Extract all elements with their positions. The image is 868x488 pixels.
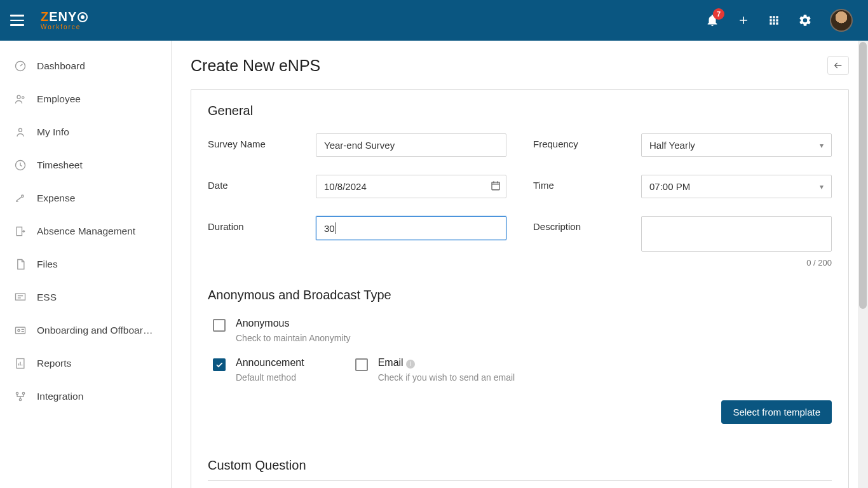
calendar-icon — [490, 180, 501, 191]
sidebar-item-files[interactable]: Files — [0, 248, 171, 281]
sidebar-item-integration[interactable]: Integration — [0, 380, 171, 413]
time-select[interactable]: 07:00 PM ▾ — [641, 175, 832, 198]
notification-badge: 7 — [713, 8, 724, 20]
integration-icon — [14, 390, 27, 403]
description-textarea[interactable] — [641, 216, 832, 252]
id-icon — [14, 324, 27, 337]
svg-point-1 — [17, 95, 20, 98]
calendar-button[interactable] — [490, 180, 501, 194]
survey-name-input[interactable] — [316, 133, 506, 157]
duration-label: Duration — [208, 216, 316, 232]
frequency-select[interactable]: Half Yearly ▾ — [641, 133, 832, 157]
sidebar-item-label: ESS — [37, 292, 57, 303]
menu-toggle[interactable] — [10, 11, 28, 29]
form-card: General Survey Name Frequency Half Yearl… — [191, 89, 849, 488]
main-content: Create New eNPS General Survey Name Freq… — [172, 41, 868, 488]
gear-icon — [798, 13, 812, 27]
sidebar-item-label: Reports — [37, 358, 71, 369]
sidebar-item-label: My Info — [37, 126, 69, 138]
svg-rect-6 — [17, 227, 22, 235]
svg-point-9 — [18, 329, 20, 331]
svg-point-2 — [22, 97, 24, 98]
back-button[interactable] — [827, 56, 849, 75]
user-icon — [14, 126, 27, 139]
sidebar-item-dashboard[interactable]: Dashboard — [0, 50, 171, 83]
sidebar: Dashboard Employee My Info Timesheet Exp… — [0, 41, 172, 488]
time-label: Time — [533, 175, 641, 191]
clock-icon — [14, 159, 27, 172]
sidebar-item-label: Expense — [37, 193, 75, 204]
section-broadcast-title: Anonymous and Broadcast Type — [208, 288, 832, 302]
sidebar-item-ess[interactable]: ESS — [0, 281, 171, 314]
anonymous-help: Check to maintain Anonymity — [236, 333, 351, 343]
sidebar-item-onboarding[interactable]: Onboarding and Offboardi... — [0, 314, 171, 347]
svg-point-3 — [19, 128, 22, 132]
door-icon — [14, 225, 27, 238]
sidebar-item-reports[interactable]: Reports — [0, 347, 171, 380]
apps-button[interactable] — [768, 14, 780, 27]
sidebar-item-label: Onboarding and Offboardi... — [37, 325, 157, 336]
sidebar-item-label: Dashboard — [37, 60, 85, 72]
char-count: 0 / 200 — [641, 258, 832, 268]
settings-button[interactable] — [798, 13, 812, 27]
frequency-value: Half Yearly — [649, 140, 695, 151]
employee-icon — [14, 93, 27, 105]
announcement-checkbox[interactable] — [213, 358, 226, 371]
section-general-title: General — [208, 104, 832, 118]
frequency-label: Frequency — [533, 133, 641, 149]
page-title: Create New eNPS — [191, 57, 320, 75]
svg-rect-8 — [16, 327, 25, 334]
time-value: 07:00 PM — [649, 181, 690, 192]
sidebar-item-label: Absence Management — [37, 226, 135, 237]
ess-icon — [14, 291, 27, 304]
svg-point-13 — [19, 398, 21, 400]
announcement-label: Announcement — [236, 357, 304, 369]
section-custom-title: Custom Question — [208, 458, 832, 473]
sidebar-item-expense[interactable]: Expense — [0, 182, 171, 215]
sidebar-item-employee[interactable]: Employee — [0, 83, 171, 116]
survey-name-label: Survey Name — [208, 133, 316, 149]
info-icon: i — [406, 360, 415, 369]
apps-grid-icon — [768, 14, 780, 27]
sidebar-item-label: Timesheet — [37, 159, 83, 171]
anonymous-checkbox[interactable] — [213, 319, 226, 332]
anonymous-label: Anonymous — [236, 318, 351, 329]
description-label: Description — [533, 216, 641, 232]
email-help: Check if you wish to send an email — [378, 372, 515, 383]
svg-rect-7 — [16, 294, 25, 300]
add-button[interactable] — [737, 14, 750, 27]
arrow-left-icon — [832, 60, 844, 71]
sidebar-item-absence[interactable]: Absence Management — [0, 215, 171, 248]
notifications-button[interactable]: 7 — [705, 13, 719, 27]
duration-input[interactable]: 30 — [316, 216, 506, 240]
date-input[interactable] — [316, 175, 506, 198]
svg-rect-14 — [492, 182, 499, 189]
report-icon — [14, 357, 27, 370]
svg-point-5 — [22, 195, 24, 197]
email-checkbox[interactable] — [355, 358, 368, 371]
scrollbar-thumb[interactable] — [859, 42, 867, 309]
expense-icon — [14, 192, 27, 205]
svg-point-11 — [16, 392, 18, 394]
brand-subtitle: Workforce — [41, 24, 88, 30]
sidebar-item-label: Employee — [37, 93, 81, 105]
avatar[interactable] — [830, 9, 853, 32]
sidebar-item-myinfo[interactable]: My Info — [0, 116, 171, 149]
file-icon — [14, 258, 27, 271]
chevron-down-icon: ▾ — [820, 182, 824, 191]
chevron-down-icon: ▾ — [820, 141, 824, 150]
email-label: Emaili — [378, 357, 515, 369]
sidebar-item-label: Files — [37, 259, 58, 270]
check-icon — [215, 360, 224, 369]
brand-logo: ZZENYOENY Workforce — [41, 10, 88, 30]
sidebar-item-label: Integration — [37, 391, 83, 402]
plus-icon — [737, 14, 750, 27]
select-template-button[interactable]: Select from template — [721, 400, 832, 424]
svg-point-12 — [22, 392, 24, 394]
date-label: Date — [208, 175, 316, 191]
announcement-help: Default method — [236, 372, 304, 383]
topbar: ZZENYOENY Workforce 7 — [0, 0, 868, 41]
dashboard-icon — [14, 60, 27, 72]
sidebar-item-timesheet[interactable]: Timesheet — [0, 149, 171, 182]
